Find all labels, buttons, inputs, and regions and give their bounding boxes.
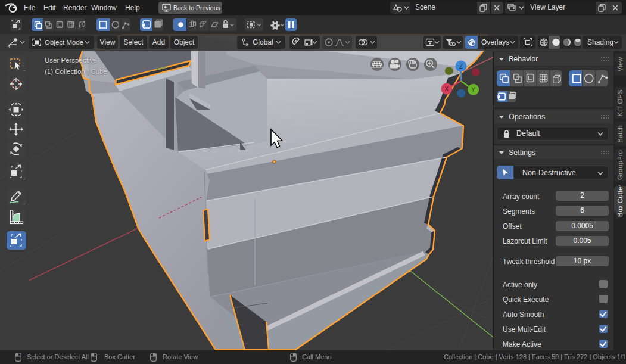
svg-text:X: X	[445, 86, 449, 92]
svg-text:Z: Z	[459, 63, 463, 70]
svg-text:Y: Y	[471, 86, 475, 93]
